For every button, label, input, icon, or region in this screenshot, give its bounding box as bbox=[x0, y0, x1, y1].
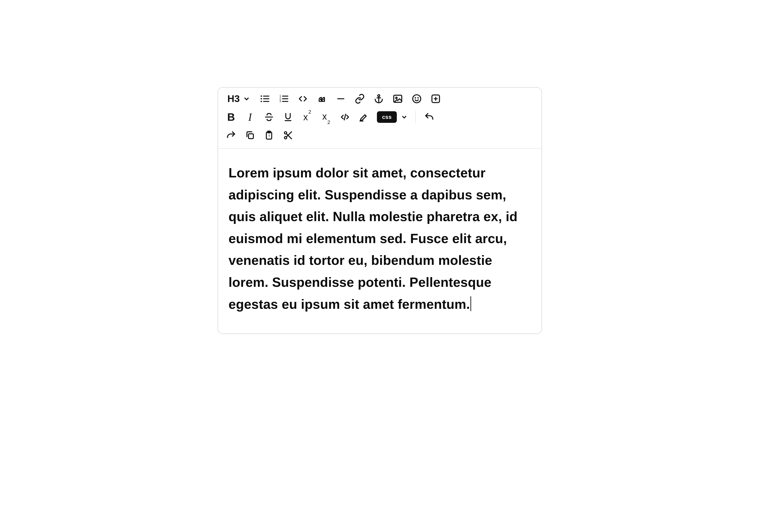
inline-code-button[interactable] bbox=[339, 111, 351, 123]
svg-line-26 bbox=[344, 114, 346, 120]
css-class-selector[interactable]: css bbox=[377, 111, 408, 123]
subscript-icon: x2 bbox=[322, 111, 330, 123]
rich-text-editor: H3 1 2 3 bbox=[218, 87, 542, 334]
highlighter-icon bbox=[359, 112, 369, 122]
code-slash-icon bbox=[340, 112, 350, 122]
svg-text:3: 3 bbox=[280, 99, 281, 103]
toolbar-row-1: H3 1 2 3 bbox=[225, 93, 535, 105]
image-button[interactable] bbox=[392, 93, 404, 105]
svg-point-18 bbox=[413, 95, 421, 103]
css-badge-icon: css bbox=[377, 111, 397, 123]
anchor-button[interactable] bbox=[373, 93, 385, 105]
emoji-button[interactable] bbox=[411, 93, 423, 105]
quote-icon bbox=[316, 93, 327, 104]
editor-text: Lorem ipsum dolor sit amet, consectetur … bbox=[229, 165, 517, 312]
editor-content[interactable]: Lorem ipsum dolor sit amet, consectetur … bbox=[218, 149, 541, 333]
subscript-button[interactable]: x2 bbox=[320, 111, 332, 123]
smiley-icon bbox=[411, 93, 422, 104]
highlight-button[interactable] bbox=[358, 111, 370, 123]
code-angle-icon bbox=[297, 93, 308, 104]
italic-button[interactable]: I bbox=[244, 111, 256, 123]
link-button[interactable] bbox=[354, 93, 366, 105]
svg-point-20 bbox=[418, 98, 418, 98]
plus-square-icon bbox=[430, 93, 441, 104]
svg-point-17 bbox=[396, 97, 397, 99]
editor-toolbar: H3 1 2 3 bbox=[218, 88, 541, 149]
insert-button[interactable] bbox=[430, 93, 442, 105]
svg-point-2 bbox=[261, 98, 262, 99]
image-icon bbox=[392, 93, 403, 104]
copy-button[interactable] bbox=[244, 129, 256, 141]
bold-button[interactable]: B bbox=[225, 111, 237, 123]
blockquote-button[interactable] bbox=[316, 93, 328, 105]
underline-icon bbox=[283, 112, 293, 122]
anchor-icon bbox=[373, 93, 384, 104]
scissors-icon bbox=[283, 130, 293, 141]
toolbar-separator bbox=[415, 111, 416, 123]
strikethrough-icon bbox=[264, 112, 274, 122]
toolbar-row-2: B I x2 x2 bbox=[225, 111, 535, 123]
minus-icon bbox=[335, 93, 346, 104]
undo-icon bbox=[424, 112, 435, 122]
numbered-list-button[interactable]: 1 2 3 bbox=[278, 93, 290, 105]
toolbar-row-3: T bbox=[225, 129, 535, 141]
svg-point-4 bbox=[261, 101, 262, 102]
underline-button[interactable] bbox=[282, 111, 294, 123]
paste-button[interactable]: T bbox=[263, 129, 275, 141]
heading-selector[interactable]: H3 bbox=[225, 93, 252, 104]
text-cursor bbox=[471, 296, 471, 311]
superscript-button[interactable]: x2 bbox=[301, 111, 313, 123]
redo-button[interactable] bbox=[225, 129, 237, 141]
numbered-list-icon: 1 2 3 bbox=[279, 93, 289, 104]
chevron-down-icon bbox=[401, 113, 408, 121]
bullet-list-button[interactable] bbox=[259, 93, 271, 105]
bold-icon: B bbox=[226, 111, 236, 123]
undo-button[interactable] bbox=[423, 111, 435, 123]
chevron-down-icon bbox=[243, 95, 251, 103]
strikethrough-button[interactable] bbox=[263, 111, 275, 123]
clipboard-icon: T bbox=[264, 130, 274, 141]
copy-icon bbox=[245, 130, 255, 141]
italic-icon: I bbox=[245, 111, 255, 123]
code-block-button[interactable] bbox=[297, 93, 309, 105]
cut-button[interactable] bbox=[282, 129, 294, 141]
horizontal-rule-button[interactable] bbox=[335, 93, 347, 105]
bullet-list-icon bbox=[260, 93, 270, 104]
svg-point-19 bbox=[415, 98, 416, 98]
heading-selector-label: H3 bbox=[227, 93, 240, 104]
svg-point-0 bbox=[261, 95, 262, 97]
link-icon bbox=[354, 93, 365, 104]
svg-rect-28 bbox=[249, 134, 253, 139]
superscript-icon: x2 bbox=[303, 112, 311, 122]
svg-text:T: T bbox=[268, 134, 271, 138]
redo-icon bbox=[226, 130, 236, 141]
